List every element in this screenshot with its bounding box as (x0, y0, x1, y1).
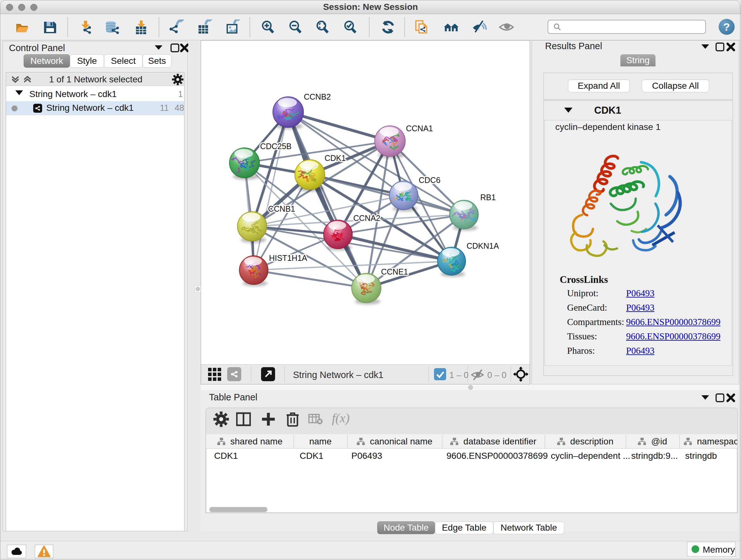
svg-text:CCNB2: CCNB2 (304, 92, 331, 101)
svg-text:RB1: RB1 (480, 193, 496, 202)
svg-text:CCNA1: CCNA1 (406, 124, 433, 133)
svg-text:CDKN1A: CDKN1A (467, 241, 499, 250)
svg-text:CDC25B: CDC25B (260, 142, 292, 151)
svg-text:CCNB1: CCNB1 (268, 204, 295, 213)
svg-text:CDC6: CDC6 (419, 176, 441, 185)
svg-text:CDK1: CDK1 (325, 153, 346, 163)
svg-text:CCNA2: CCNA2 (353, 213, 381, 223)
svg-text:HIST1H1A: HIST1H1A (269, 253, 307, 262)
svg-text:CCNE1: CCNE1 (381, 267, 408, 276)
